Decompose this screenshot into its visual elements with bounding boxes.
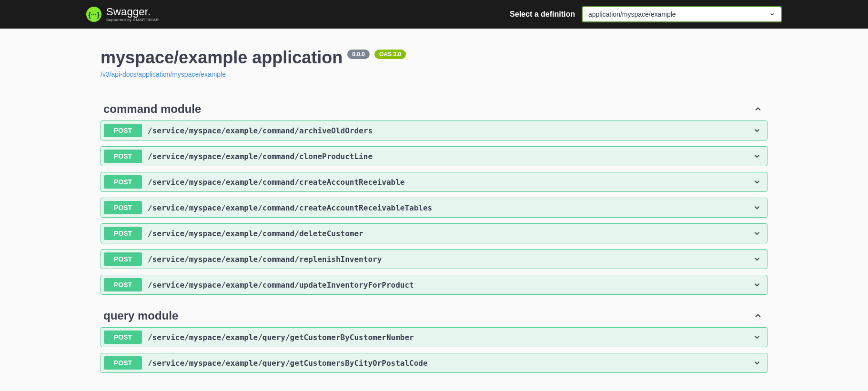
- chevron-down-icon: [753, 178, 761, 186]
- chevron-down-icon: [753, 152, 761, 160]
- api-docs-link[interactable]: /v3/api-docs/application/myspace/example: [101, 70, 226, 78]
- chevron-down-icon: [753, 359, 761, 367]
- tag-section: command modulePOST/service/myspace/examp…: [101, 98, 767, 295]
- tag-name: query module: [103, 309, 178, 322]
- topbar: {···} Swagger. Supported by SMARTBEAR Se…: [0, 0, 868, 29]
- swagger-logo[interactable]: {···} Swagger. Supported by SMARTBEAR: [86, 7, 159, 22]
- version-badge: 0.0.0: [347, 50, 370, 59]
- operation-block[interactable]: POST/service/myspace/example/command/rep…: [101, 249, 767, 269]
- operation-path: /service/myspace/example/command/deleteC…: [148, 229, 363, 238]
- chevron-up-icon: [753, 311, 763, 321]
- operation-path: /service/myspace/example/command/archive…: [148, 126, 373, 135]
- operation-block[interactable]: POST/service/myspace/example/query/getCu…: [101, 353, 767, 373]
- method-badge: POST: [104, 124, 142, 137]
- chevron-down-icon: [753, 255, 761, 263]
- chevron-down-icon: [753, 229, 761, 238]
- operation-path: /service/myspace/example/query/getCustom…: [148, 359, 428, 368]
- operation-block[interactable]: POST/service/myspace/example/query/getCu…: [101, 327, 767, 347]
- tag-name: command module: [103, 102, 201, 116]
- operation-path: /service/myspace/example/query/getCustom…: [148, 333, 414, 342]
- tag-header[interactable]: command module: [101, 98, 767, 120]
- chevron-down-icon: [753, 203, 761, 212]
- definition-label: Select a definition: [510, 10, 575, 19]
- chevron-down-icon: [753, 281, 761, 289]
- chevron-down-icon: [769, 11, 775, 17]
- operation-block[interactable]: POST/service/myspace/example/command/clo…: [101, 146, 767, 166]
- tag-header[interactable]: query module: [101, 304, 767, 327]
- operation-block[interactable]: POST/service/myspace/example/command/upd…: [101, 275, 767, 295]
- main-container: myspace/example application 0.0.0 OAS 3.…: [86, 29, 782, 391]
- operation-path: /service/myspace/example/command/updateI…: [148, 281, 414, 290]
- operation-block[interactable]: POST/service/myspace/example/command/cre…: [101, 198, 767, 218]
- method-badge: POST: [104, 278, 142, 291]
- operation-path: /service/myspace/example/command/createA…: [148, 203, 432, 212]
- definition-select-value: application/myspace/example: [588, 10, 676, 18]
- swagger-logo-subtext: Supported by SMARTBEAR: [106, 18, 159, 22]
- operation-path: /service/myspace/example/command/repleni…: [148, 255, 382, 264]
- swagger-logo-text: Swagger.: [106, 7, 159, 17]
- operation-path: /service/myspace/example/command/clonePr…: [148, 152, 373, 161]
- method-badge: POST: [104, 227, 142, 240]
- method-badge: POST: [104, 331, 142, 344]
- operation-block[interactable]: POST/service/myspace/example/command/cre…: [101, 172, 767, 192]
- chevron-down-icon: [753, 333, 761, 341]
- api-title: myspace/example application: [101, 48, 343, 68]
- method-badge: POST: [104, 150, 142, 163]
- operation-path: /service/myspace/example/command/createA…: [148, 178, 404, 187]
- info-header: myspace/example application 0.0.0 OAS 3.…: [101, 48, 767, 79]
- method-badge: POST: [104, 252, 142, 266]
- tag-section: query modulePOST/service/myspace/example…: [101, 304, 767, 373]
- chevron-down-icon: [753, 126, 761, 135]
- definition-select[interactable]: application/myspace/example: [582, 6, 782, 22]
- chevron-up-icon: [753, 104, 763, 114]
- operation-block[interactable]: POST/service/myspace/example/command/del…: [101, 223, 767, 243]
- method-badge: POST: [104, 201, 142, 214]
- method-badge: POST: [104, 175, 142, 189]
- swagger-logo-icon: {···}: [86, 7, 101, 22]
- method-badge: POST: [104, 356, 142, 370]
- operation-block[interactable]: POST/service/myspace/example/command/arc…: [101, 120, 767, 140]
- oas-badge: OAS 3.0: [374, 50, 406, 59]
